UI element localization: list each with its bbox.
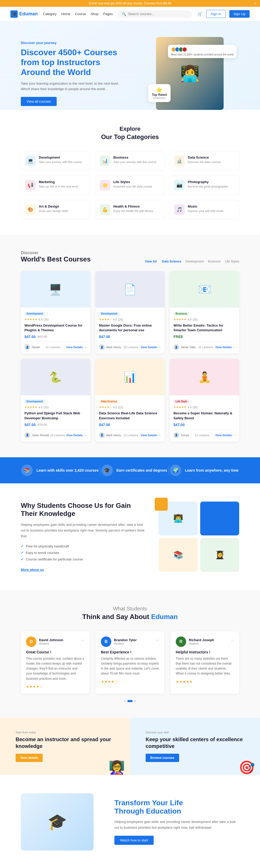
development-icon: 💻 [25, 155, 36, 166]
category-item-art-design[interactable]: 🎨 Art & Design Grow your design skills [21, 200, 90, 219]
rating-value-1: 4.5 [113, 318, 117, 321]
life-styles-name: Life Styles [113, 180, 152, 184]
logo-link[interactable]: 🎓 Eduman [10, 10, 38, 18]
price-free-2: FREE [174, 335, 183, 339]
more-about-link[interactable]: More about us [21, 568, 44, 571]
course-tag-1: Development [99, 312, 120, 316]
rating-value-4: 4.5 [113, 406, 117, 409]
course-body-1: Development ★★★★☆ 4.5 (25) Master Google… [96, 308, 165, 354]
rating-reviews-5: (25) [193, 406, 198, 409]
banner-text: Enroll now and get 40% off any course. C… [89, 2, 171, 5]
view-details-4[interactable]: View Details → [141, 434, 161, 437]
rating-reviews-3: (25) [43, 406, 49, 409]
course-rating-0: ★★★★★ 4.9 (25) [25, 318, 86, 321]
feature-text-0: Learn with skills over 2,420 courses [36, 468, 99, 472]
tab-data-science[interactable]: Data Science [162, 260, 182, 263]
testimonial-avatar-2: R [176, 637, 186, 647]
course-footer-5: 👤 Sonya 12 Lessons View Details → [174, 429, 235, 438]
hero-tag: Discover your journey [21, 41, 156, 45]
view-details-2[interactable]: View Details → [215, 346, 235, 349]
course-tag-5: Life Style [174, 400, 189, 403]
categories-title: Our Top Categories [21, 133, 239, 141]
transform-cta-button[interactable]: Watch how to start [114, 836, 154, 845]
course-body-3: Development ★★★★★ 4.9 (25) Python and Dj… [21, 395, 90, 441]
course-footer-1: 👤 Mark Henry 22 Lessons View Details → [99, 341, 161, 350]
nav-course[interactable]: Course [75, 12, 86, 16]
quote-icon-2: ❝ [231, 638, 234, 645]
rating-value-0: 4.9 [38, 318, 42, 321]
banner-close[interactable]: × [254, 1, 256, 5]
cart-icon[interactable]: 🛒 [197, 11, 202, 17]
health-fitness-name: Health & Fitness [113, 205, 153, 208]
signup-button[interactable]: Sign Up [229, 10, 250, 18]
category-item-life-styles[interactable]: 🌟 Life Styles Improved your life style c… [96, 176, 165, 195]
tab-development[interactable]: Development [185, 260, 204, 263]
signin-button[interactable]: Sign In [206, 10, 225, 18]
course-thumb-2: 📧 [170, 271, 239, 308]
category-item-health-fitness[interactable]: 💪 Health & Fitness Enjoy the health life… [96, 200, 165, 219]
courses-header: Discover World's Best Courses View All D… [21, 251, 239, 263]
feature-title-0: Learn with skills over 2,420 courses [36, 468, 99, 472]
cta-right-tag: Discover your skill [146, 731, 245, 734]
music-desc: Impress your self with music [188, 209, 224, 213]
course-footer-2: 👤 Jamer Sally 22 Lessons View Details → [174, 341, 235, 350]
hero-title-line2: from top Instructors [21, 58, 100, 67]
nav-shop[interactable]: Shop [90, 12, 98, 16]
testimonial-name-2: Richard Joseph [189, 638, 214, 642]
nav-pages[interactable]: Pages [103, 12, 113, 16]
nav-home[interactable]: Home [61, 12, 70, 16]
why-us-images: 👨‍💻 📚 👩‍🎓 [159, 502, 239, 572]
tab-life-styles[interactable]: Life Styles [225, 260, 239, 263]
course-price-2: FREE [174, 335, 235, 339]
marketing-info: Marketing Take up self or in the next le… [39, 180, 78, 188]
stars-icon-2: ★★★★★ [174, 318, 186, 321]
instructor-name-2: Jamer Sally [181, 346, 195, 349]
course-meta-0: 21 Lessons [46, 346, 60, 349]
quote-icon-1: ❝ [156, 638, 159, 645]
category-item-development[interactable]: 💻 Development Take your journey with thi… [21, 151, 90, 170]
course-price-1: $47.00 [99, 335, 161, 339]
view-all-link[interactable]: View All [145, 260, 156, 263]
view-details-3[interactable]: View Details → [66, 434, 86, 437]
data-science-name: Data Science [188, 155, 221, 159]
testimonial-header-2: R Richard Joseph Student ❝ [176, 637, 234, 647]
search-icon: 🔍 [122, 12, 126, 16]
testimonial-info-0: David Johnson Student [39, 638, 63, 645]
courses-label: Discover [21, 251, 91, 255]
category-item-business[interactable]: 📊 Business Take your journey with this c… [96, 151, 165, 170]
cta-left-button[interactable]: View details [15, 754, 43, 762]
dot-2[interactable] [134, 700, 136, 702]
hero-cta-button[interactable]: View all courses [21, 97, 57, 106]
category-item-photography[interactable]: 📷 Photography Become the great photograp… [170, 176, 239, 195]
marketing-icon: 📢 [25, 180, 36, 190]
search-bar[interactable]: 🔍 [118, 10, 192, 18]
view-details-0[interactable]: View Details → [66, 346, 86, 349]
tab-business[interactable]: Business [208, 260, 221, 263]
testimonial-card-1: B Brandon Tylor Student ❝ Best Experienc… [96, 631, 164, 694]
nav-category[interactable]: Category [43, 12, 57, 16]
instructor-4: 👤 Mark Henry [99, 432, 121, 438]
course-body-0: Development ★★★★★ 4.9 (25) WordPress Dev… [21, 308, 90, 354]
hero-content: Discover your journey Discover 4500+ Cou… [21, 41, 156, 106]
instructor-5: 👤 Sonya [174, 432, 189, 438]
view-details-5[interactable]: View Details → [215, 434, 235, 437]
cta-right-title: Keep your skilled centers of excellence … [146, 736, 245, 749]
testimonial-pagination [21, 700, 239, 702]
dot-0[interactable] [124, 700, 126, 702]
dot-1[interactable] [127, 700, 133, 702]
view-details-1[interactable]: View Details → [141, 346, 161, 349]
search-input[interactable] [128, 12, 189, 16]
course-body-5: Life Style ★★★★★ 4.9 (25) Become a Super… [170, 395, 239, 441]
cta-right-button[interactable]: Browse courses [146, 754, 179, 762]
testimonial-card-0: D David Johnson Student ❝ Great Course !… [21, 631, 89, 694]
category-item-marketing[interactable]: 📢 Marketing Take up self or in the next … [21, 176, 90, 195]
price-current-0: $47.00 [25, 335, 36, 339]
music-icon: 🎵 [174, 205, 185, 215]
transform-title-line1: Transform Your Life [114, 799, 183, 807]
course-title-2: Write Better Emails: Tactics for Smarter… [174, 323, 235, 333]
category-item-data-science[interactable]: 🔬 Data Science Discover the data cosmos [170, 151, 239, 170]
course-tag-3: Development [25, 400, 45, 403]
art-design-info: Art & Design Grow your design skills [39, 205, 68, 213]
category-item-music[interactable]: 🎵 Music Impress your self with music [170, 200, 239, 219]
testimonial-stars-0: ★★★★☆ [26, 684, 84, 688]
